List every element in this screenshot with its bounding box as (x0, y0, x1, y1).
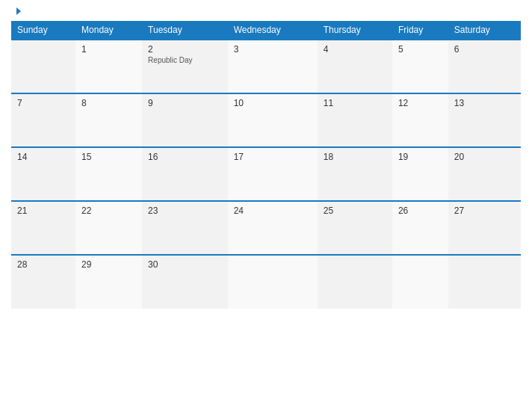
calendar-table: SundayMondayTuesdayWednesdayThursdayFrid… (11, 21, 521, 309)
calendar-cell: 22 (75, 201, 142, 255)
calendar-cell: 27 (448, 201, 521, 255)
calendar-cell (11, 40, 75, 93)
day-number: 30 (148, 259, 222, 270)
day-number: 5 (398, 44, 442, 55)
day-number: 12 (398, 98, 442, 108)
calendar-cell: 20 (448, 147, 521, 201)
logo-triangle-icon (16, 7, 21, 15)
day-number: 4 (324, 44, 386, 55)
calendar-cell: 10 (228, 93, 318, 147)
calendar-cell: 15 (75, 147, 142, 201)
calendar-cell: 1 (75, 40, 142, 93)
calendar-cell: 3 (228, 40, 318, 93)
day-number: 25 (324, 206, 386, 216)
calendar-cell: 7 (11, 93, 75, 147)
calendar-cell: 19 (392, 147, 448, 201)
calendar-cell: 16 (142, 147, 228, 201)
calendar-cell: 4 (318, 40, 392, 93)
day-number: 6 (454, 44, 515, 55)
week-row-4: 282930 (11, 255, 521, 309)
day-number: 21 (17, 206, 69, 216)
day-number: 1 (81, 44, 136, 55)
calendar-cell: 26 (392, 201, 448, 255)
calendar-cell: 6 (448, 40, 521, 93)
holiday-name: Republic Day (148, 56, 222, 64)
week-row-3: 21222324252627 (11, 201, 521, 255)
weekday-header-sunday: Sunday (11, 21, 75, 40)
calendar-cell (392, 255, 448, 309)
calendar-cell: 14 (11, 147, 75, 201)
calendar-cell: 25 (318, 201, 392, 255)
calendar-cell: 12 (392, 93, 448, 147)
day-number: 24 (234, 206, 312, 216)
day-number: 13 (454, 98, 515, 108)
calendar-cell: 28 (11, 255, 75, 309)
day-number: 10 (234, 98, 312, 108)
day-number: 8 (81, 98, 136, 108)
day-number: 3 (234, 44, 312, 55)
day-number: 23 (148, 206, 222, 216)
calendar-cell: 2Republic Day (142, 40, 228, 93)
day-number: 2 (148, 44, 222, 55)
calendar-cell: 17 (228, 147, 318, 201)
day-number: 7 (17, 98, 69, 108)
calendar-cell: 29 (75, 255, 142, 309)
weekday-header-thursday: Thursday (318, 21, 392, 40)
calendar-cell: 5 (392, 40, 448, 93)
weekday-header-monday: Monday (75, 21, 142, 40)
day-number: 15 (81, 152, 136, 162)
week-row-2: 14151617181920 (11, 147, 521, 201)
calendar-cell (318, 255, 392, 309)
calendar-cell: 11 (318, 93, 392, 147)
calendar-cell (228, 255, 318, 309)
weekday-header-friday: Friday (392, 21, 448, 40)
day-number: 27 (454, 206, 515, 216)
day-number: 28 (17, 259, 69, 270)
calendar-cell: 30 (142, 255, 228, 309)
day-number: 9 (148, 98, 222, 108)
calendar-cell: 18 (318, 147, 392, 201)
calendar-cell: 9 (142, 93, 228, 147)
week-row-1: 78910111213 (11, 93, 521, 147)
day-number: 17 (234, 152, 312, 162)
calendar-cell: 24 (228, 201, 318, 255)
week-row-0: 12Republic Day3456 (11, 40, 521, 93)
calendar-cell: 23 (142, 201, 228, 255)
weekday-header-wednesday: Wednesday (228, 21, 318, 40)
calendar-container: SundayMondayTuesdayWednesdayThursdayFrid… (0, 0, 532, 411)
calendar-thead: SundayMondayTuesdayWednesdayThursdayFrid… (11, 21, 521, 40)
calendar-header (11, 7, 521, 15)
day-number: 14 (17, 152, 69, 162)
logo (15, 7, 21, 15)
day-number: 26 (398, 206, 442, 216)
day-number: 29 (81, 259, 136, 270)
day-number: 20 (454, 152, 515, 162)
weekday-header-row: SundayMondayTuesdayWednesdayThursdayFrid… (11, 21, 521, 40)
calendar-tbody: 12Republic Day34567891011121314151617181… (11, 40, 521, 309)
logo-blue-text (15, 7, 21, 15)
calendar-cell: 8 (75, 93, 142, 147)
calendar-cell: 13 (448, 93, 521, 147)
day-number: 22 (81, 206, 136, 216)
day-number: 19 (398, 152, 442, 162)
calendar-cell (448, 255, 521, 309)
day-number: 16 (148, 152, 222, 162)
calendar-cell: 21 (11, 201, 75, 255)
weekday-header-tuesday: Tuesday (142, 21, 228, 40)
day-number: 11 (324, 98, 386, 108)
day-number: 18 (324, 152, 386, 162)
weekday-header-saturday: Saturday (448, 21, 521, 40)
